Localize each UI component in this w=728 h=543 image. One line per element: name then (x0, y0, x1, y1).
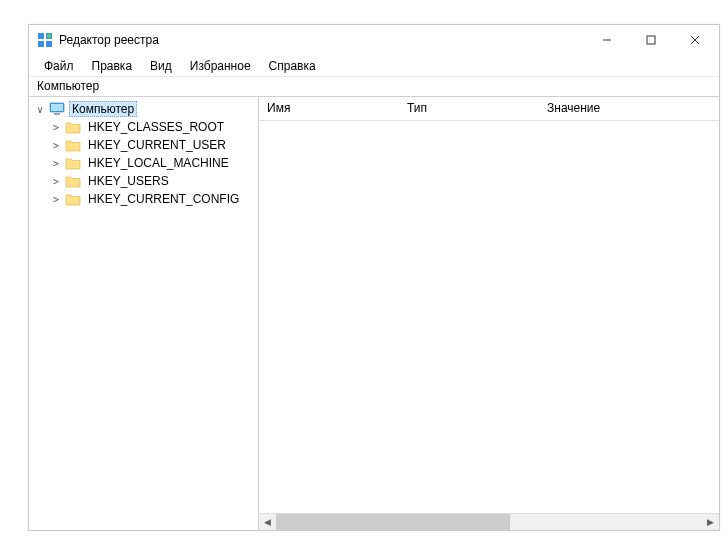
address-bar[interactable]: Компьютер (29, 77, 719, 97)
chevron-down-icon[interactable]: ∨ (33, 102, 47, 116)
menubar: Файл Правка Вид Избранное Справка (29, 55, 719, 77)
tree-node-label: HKEY_CLASSES_ROOT (85, 119, 227, 135)
minimize-button[interactable] (585, 25, 629, 55)
titlebar[interactable]: Редактор реестра (29, 25, 719, 55)
tree-node-label: HKEY_USERS (85, 173, 172, 189)
scroll-left-arrow-icon[interactable]: ◀ (259, 514, 276, 531)
menu-help[interactable]: Справка (260, 56, 325, 76)
svg-rect-3 (46, 41, 52, 47)
folder-icon (65, 138, 81, 152)
folder-icon (65, 174, 81, 188)
tree-root-computer[interactable]: ∨ Компьютер (29, 100, 258, 118)
svg-rect-11 (54, 113, 60, 115)
tree-node-hkcu[interactable]: > HKEY_CURRENT_USER (29, 136, 258, 154)
horizontal-scrollbar[interactable]: ◀ ▶ (259, 513, 719, 530)
registry-app-icon (37, 32, 53, 48)
folder-icon (65, 192, 81, 206)
address-text: Компьютер (37, 79, 99, 93)
folder-icon (65, 156, 81, 170)
window-title: Редактор реестра (59, 33, 585, 47)
computer-icon (49, 102, 65, 116)
registry-editor-window: Редактор реестра Файл Правка Вид Избранн… (28, 24, 720, 531)
menu-favorites[interactable]: Избранное (181, 56, 260, 76)
svg-point-4 (47, 34, 51, 38)
tree-node-hku[interactable]: > HKEY_USERS (29, 172, 258, 190)
tree-node-label: HKEY_CURRENT_USER (85, 137, 229, 153)
list-pane: Имя Тип Значение ◀ ▶ (259, 97, 719, 530)
tree-node-hkcr[interactable]: > HKEY_CLASSES_ROOT (29, 118, 258, 136)
tree-pane[interactable]: ∨ Компьютер > HKEY_CLASSES_ROOT (29, 97, 259, 530)
chevron-right-icon[interactable]: > (49, 174, 63, 188)
chevron-right-icon[interactable]: > (49, 138, 63, 152)
column-header-type[interactable]: Тип (399, 101, 539, 120)
column-header-name[interactable]: Имя (259, 101, 399, 120)
chevron-right-icon[interactable]: > (49, 192, 63, 206)
tree-root-label: Компьютер (69, 101, 137, 117)
scroll-track[interactable] (276, 514, 702, 531)
svg-rect-10 (51, 104, 63, 111)
tree-node-label: HKEY_CURRENT_CONFIG (85, 191, 242, 207)
window-controls (585, 25, 717, 55)
chevron-right-icon[interactable]: > (49, 120, 63, 134)
svg-rect-6 (647, 36, 655, 44)
menu-view[interactable]: Вид (141, 56, 181, 76)
svg-rect-0 (38, 33, 44, 39)
list-header: Имя Тип Значение (259, 97, 719, 121)
content-area: ∨ Компьютер > HKEY_CLASSES_ROOT (29, 97, 719, 530)
maximize-button[interactable] (629, 25, 673, 55)
tree-node-label: HKEY_LOCAL_MACHINE (85, 155, 232, 171)
menu-file[interactable]: Файл (35, 56, 83, 76)
column-header-value[interactable]: Значение (539, 101, 719, 120)
svg-rect-2 (38, 41, 44, 47)
menu-edit[interactable]: Правка (83, 56, 142, 76)
close-button[interactable] (673, 25, 717, 55)
folder-icon (65, 120, 81, 134)
tree-node-hklm[interactable]: > HKEY_LOCAL_MACHINE (29, 154, 258, 172)
scroll-right-arrow-icon[interactable]: ▶ (702, 514, 719, 531)
scroll-thumb[interactable] (276, 514, 510, 531)
list-body[interactable] (259, 121, 719, 513)
chevron-right-icon[interactable]: > (49, 156, 63, 170)
tree-node-hkcc[interactable]: > HKEY_CURRENT_CONFIG (29, 190, 258, 208)
